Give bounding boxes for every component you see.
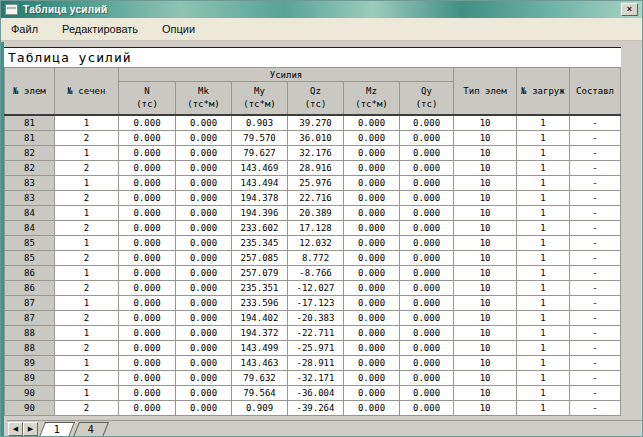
table-cell[interactable]: 0.000 xyxy=(400,265,454,280)
table-cell[interactable]: 32.176 xyxy=(288,145,344,160)
table-cell[interactable]: 10 xyxy=(454,325,517,340)
table-cell[interactable]: 257.079 xyxy=(232,265,288,280)
table-cell[interactable]: 0.000 xyxy=(400,280,454,295)
table-cell[interactable]: 10 xyxy=(454,340,517,355)
table-cell[interactable]: 79.564 xyxy=(232,385,288,400)
table-cell[interactable]: 1 xyxy=(517,190,570,205)
table-cell[interactable]: 1 xyxy=(517,340,570,355)
table-cell[interactable]: 22.716 xyxy=(288,190,344,205)
table-cell[interactable]: 0.000 xyxy=(400,250,454,265)
table-cell[interactable]: 1 xyxy=(517,130,570,145)
table-cell[interactable]: 25.976 xyxy=(288,175,344,190)
table-cell[interactable]: - xyxy=(570,385,621,400)
table-cell[interactable]: 143.469 xyxy=(232,160,288,175)
table-cell[interactable]: 0.909 xyxy=(232,400,288,415)
table-cell[interactable]: 0.000 xyxy=(344,295,400,310)
table-cell[interactable]: 1 xyxy=(517,160,570,175)
table-cell[interactable]: 194.372 xyxy=(232,325,288,340)
row-header-cell[interactable]: 82 xyxy=(5,160,55,175)
table-cell[interactable]: 1 xyxy=(55,205,119,220)
row-header-cell[interactable]: 81 xyxy=(5,130,55,145)
table-cell[interactable]: 79.627 xyxy=(232,145,288,160)
table-cell[interactable]: 0.000 xyxy=(119,250,176,265)
table-cell[interactable]: 0.000 xyxy=(400,130,454,145)
table-cell[interactable]: 1 xyxy=(517,385,570,400)
table-cell[interactable]: 1 xyxy=(517,205,570,220)
table-cell[interactable]: - xyxy=(570,310,621,325)
table-cell[interactable]: 20.389 xyxy=(288,205,344,220)
row-header-cell[interactable]: 86 xyxy=(5,265,55,280)
menu-item-options[interactable]: Опции xyxy=(160,22,197,40)
table-cell[interactable]: 39.270 xyxy=(288,115,344,131)
table-cell[interactable]: 0.000 xyxy=(400,400,454,415)
tab-prev-button[interactable]: ◀ xyxy=(8,422,23,436)
row-header-cell[interactable]: 83 xyxy=(5,190,55,205)
table-cell[interactable]: 2 xyxy=(55,190,119,205)
table-cell[interactable]: 10 xyxy=(454,175,517,190)
table-cell[interactable]: -8.766 xyxy=(288,265,344,280)
table-cell[interactable]: 10 xyxy=(454,310,517,325)
table-cell[interactable]: 2 xyxy=(55,160,119,175)
table-cell[interactable]: 10 xyxy=(454,160,517,175)
table-cell[interactable]: - xyxy=(570,145,621,160)
table-cell[interactable]: 1 xyxy=(517,325,570,340)
table-cell[interactable]: -17.123 xyxy=(288,295,344,310)
table-cell[interactable]: 0.000 xyxy=(119,130,176,145)
table-cell[interactable]: - xyxy=(570,340,621,355)
table-cell[interactable]: 0.000 xyxy=(176,145,232,160)
table-cell[interactable]: 0.000 xyxy=(176,325,232,340)
table-cell[interactable]: 2 xyxy=(55,400,119,415)
table-cell[interactable]: 194.378 xyxy=(232,190,288,205)
table-cell[interactable]: 10 xyxy=(454,265,517,280)
table-cell[interactable]: 0.000 xyxy=(176,280,232,295)
table-cell[interactable]: 0.000 xyxy=(400,385,454,400)
table-cell[interactable]: 235.351 xyxy=(232,280,288,295)
table-cell[interactable]: 1 xyxy=(55,235,119,250)
table-cell[interactable]: 1 xyxy=(517,250,570,265)
table-cell[interactable]: 0.000 xyxy=(400,370,454,385)
table-cell[interactable]: 1 xyxy=(517,115,570,131)
table-cell[interactable]: 143.494 xyxy=(232,175,288,190)
table-cell[interactable]: 0.000 xyxy=(176,220,232,235)
table-cell[interactable]: -28.911 xyxy=(288,355,344,370)
table-cell[interactable]: 1 xyxy=(55,265,119,280)
table-cell[interactable]: 1 xyxy=(517,355,570,370)
table-cell[interactable]: 233.596 xyxy=(232,295,288,310)
table-cell[interactable]: 10 xyxy=(454,370,517,385)
table-cell[interactable]: 0.000 xyxy=(344,205,400,220)
table-cell[interactable]: 0.000 xyxy=(344,115,400,131)
table-cell[interactable]: 0.000 xyxy=(400,190,454,205)
table-cell[interactable]: 0.000 xyxy=(119,175,176,190)
table-cell[interactable]: 1 xyxy=(517,295,570,310)
row-header-cell[interactable]: 83 xyxy=(5,175,55,190)
table-cell[interactable]: 0.000 xyxy=(344,265,400,280)
table-cell[interactable]: 0.000 xyxy=(344,400,400,415)
row-header-cell[interactable]: 85 xyxy=(5,235,55,250)
table-cell[interactable]: - xyxy=(570,190,621,205)
table-cell[interactable]: 0.000 xyxy=(344,220,400,235)
table-cell[interactable]: - xyxy=(570,235,621,250)
menu-item-edit[interactable]: Редактировать xyxy=(60,22,140,40)
table-cell[interactable]: 0.000 xyxy=(344,325,400,340)
table-cell[interactable]: 10 xyxy=(454,250,517,265)
table-cell[interactable]: 1 xyxy=(517,310,570,325)
table-cell[interactable]: 0.000 xyxy=(344,370,400,385)
row-header-cell[interactable]: 87 xyxy=(5,310,55,325)
row-header-cell[interactable]: 84 xyxy=(5,220,55,235)
table-cell[interactable]: 2 xyxy=(55,340,119,355)
table-cell[interactable]: - xyxy=(570,220,621,235)
table-cell[interactable]: 0.000 xyxy=(119,385,176,400)
table-cell[interactable]: 10 xyxy=(454,190,517,205)
table-cell[interactable]: 10 xyxy=(454,145,517,160)
table-cell[interactable]: 2 xyxy=(55,310,119,325)
table-cell[interactable]: 0.000 xyxy=(119,220,176,235)
table-cell[interactable]: 1 xyxy=(55,145,119,160)
table-cell[interactable]: 10 xyxy=(454,385,517,400)
table-cell[interactable]: - xyxy=(570,265,621,280)
table-cell[interactable]: 1 xyxy=(517,235,570,250)
table-cell[interactable]: 0.000 xyxy=(344,235,400,250)
table-cell[interactable]: 0.000 xyxy=(400,310,454,325)
table-cell[interactable]: 0.000 xyxy=(176,370,232,385)
table-cell[interactable]: -22.711 xyxy=(288,325,344,340)
table-cell[interactable]: 1 xyxy=(55,385,119,400)
